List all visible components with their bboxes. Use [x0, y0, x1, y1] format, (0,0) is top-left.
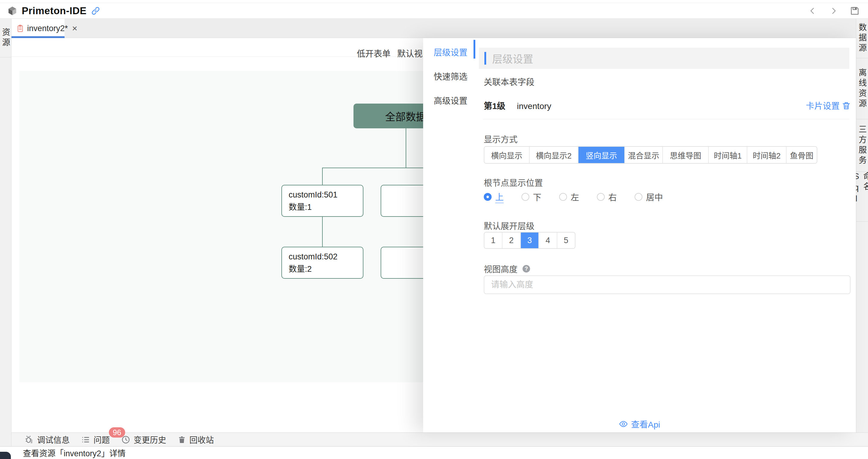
node-501-id: customId:501: [289, 189, 363, 201]
view-api-label: 查看Api: [631, 418, 660, 430]
radio-top[interactable]: 上: [484, 192, 504, 202]
status-text: 查看资源「inventory2」详情: [23, 447, 126, 459]
divider: [483, 119, 849, 119]
display-option-mixed[interactable]: 混合显示: [625, 147, 663, 163]
expand-level-3[interactable]: 3: [521, 232, 539, 248]
right-rail: 数据源 离线资源 三方服务 命名Sql: [856, 19, 868, 446]
debug-info-button[interactable]: 调试信息: [25, 433, 70, 447]
related-fields-label: 关联本表字段: [484, 76, 534, 88]
link-icon[interactable]: [91, 6, 100, 16]
drawer-tab-quick-filter[interactable]: 快速筛选: [434, 70, 473, 83]
sidebar-item-thirdparty-services[interactable]: 三方服务: [856, 119, 868, 172]
node-502-id: customId:502: [289, 251, 363, 263]
pane-header: 层级设置: [479, 48, 849, 69]
delete-level-icon[interactable]: [841, 101, 851, 111]
expand-level-segmented-control: 1 2 3 4 5: [484, 232, 576, 249]
help-icon[interactable]: ?: [522, 264, 531, 273]
view-height-input[interactable]: [484, 276, 850, 294]
expand-level-5[interactable]: 5: [557, 232, 575, 248]
problems-button[interactable]: 问题 96: [81, 433, 110, 447]
view-api-link[interactable]: 查看Api: [423, 418, 856, 430]
drawer-tab-advanced-settings[interactable]: 高级设置: [434, 94, 473, 108]
status-bar: 查看资源「inventory2」详情: [0, 446, 868, 459]
window-top-strip: [0, 0, 868, 3]
title-accent-bar: [484, 52, 486, 65]
app-title: Primeton-IDE: [22, 5, 87, 17]
connector-drop-left: [322, 168, 323, 185]
view-height-row: 视图高度 ?: [484, 263, 531, 275]
level-number: 第1级: [484, 102, 505, 111]
clock-icon: [121, 435, 130, 444]
display-option-vertical[interactable]: 竖向显示: [579, 147, 625, 163]
radio-dot: [559, 193, 567, 201]
eye-icon: [619, 420, 628, 429]
card-settings-link[interactable]: 卡片设置: [806, 100, 840, 112]
debug-bug-icon: [25, 435, 34, 444]
display-option-mindmap[interactable]: 思维导图: [663, 147, 709, 163]
tab-close-icon[interactable]: ×: [72, 24, 78, 33]
view-height-label: 视图高度: [484, 263, 518, 275]
level-field-name: inventory: [517, 102, 551, 111]
toolbar-lowcode-form-button[interactable]: 低开表单: [357, 47, 391, 59]
root-position-label: 根节点显示位置: [484, 176, 543, 189]
tree-node-501[interactable]: customId:501 数量:1: [281, 185, 364, 217]
bottom-toolbar: 调试信息 问题 96 变更历史: [11, 432, 868, 446]
sidebar-item-datasource[interactable]: 数据源: [856, 19, 868, 58]
display-option-horizontal[interactable]: 横向显示: [484, 147, 530, 163]
node-501-qty: 数量:1: [289, 201, 363, 213]
expand-level-2[interactable]: 2: [502, 232, 521, 248]
change-history-button[interactable]: 变更历史: [121, 433, 166, 447]
display-option-timeline1[interactable]: 时间轴1: [709, 147, 747, 163]
display-option-timeline2[interactable]: 时间轴2: [747, 147, 786, 163]
trash-icon: [178, 435, 186, 444]
display-option-horizontal2[interactable]: 横向显示2: [530, 147, 579, 163]
radio-right[interactable]: 右: [597, 192, 617, 202]
connector-horizontal: [322, 168, 437, 168]
radio-dot: [484, 193, 492, 201]
display-option-fishbone[interactable]: 鱼骨图: [786, 147, 817, 163]
display-mode-label: 显示方式: [484, 133, 518, 145]
expand-level-4[interactable]: 4: [539, 232, 557, 248]
list-icon: [81, 435, 90, 444]
radio-center[interactable]: 居中: [634, 192, 663, 202]
node-502-qty: 数量:2: [289, 263, 363, 276]
radio-bottom[interactable]: 下: [522, 192, 541, 202]
tab-bar: inventory2* ×: [11, 19, 856, 38]
radio-dot: [597, 193, 605, 201]
left-rail: 资源: [0, 19, 11, 446]
recycle-bin-button[interactable]: 回收站: [178, 433, 214, 447]
app-header: Primeton-IDE: [0, 3, 868, 19]
nav-back-icon[interactable]: [806, 5, 818, 17]
radio-dot: [634, 193, 642, 201]
corner-overlay: [0, 452, 11, 459]
root-position-radio-group: 上 下 左 右 居中: [484, 192, 663, 202]
tree-node-502[interactable]: customId:502 数量:2: [281, 247, 364, 279]
root-node-label: 全部数据: [385, 109, 426, 123]
sidebar-item-offline-resources[interactable]: 离线资源: [856, 58, 868, 119]
level-row: 第1级 inventory 卡片设置: [484, 100, 849, 112]
sidebar-item-named-sql[interactable]: 命名Sql: [856, 172, 868, 222]
drawer-active-indicator: [473, 40, 475, 59]
radio-left[interactable]: 左: [559, 192, 579, 202]
display-mode-segmented-control: 横向显示 横向显示2 竖向显示 混合显示 思维导图 时间轴1 时间轴2 鱼骨图: [484, 146, 817, 164]
drawer-tab-hierarchy-settings[interactable]: 层级设置: [434, 46, 473, 59]
connector-root-down: [406, 128, 406, 168]
tab-inventory2[interactable]: inventory2* ×: [11, 19, 65, 38]
svg-text:?: ?: [525, 266, 528, 272]
nav-forward-icon[interactable]: [828, 5, 840, 17]
app-logo-icon: [7, 6, 18, 16]
connector-501-502: [322, 217, 323, 247]
document-icon: [16, 25, 24, 32]
radio-dot: [522, 193, 529, 201]
save-icon[interactable]: [849, 5, 861, 17]
expand-level-label: 默认展开层级: [484, 220, 534, 232]
tab-label: inventory2*: [27, 24, 68, 33]
sidebar-item-resources[interactable]: 资源: [0, 19, 11, 57]
pane-title: 层级设置: [492, 51, 533, 66]
settings-drawer: 层级设置 快速筛选 高级设置 层级设置 关联本表字段 第1级 inventory…: [423, 38, 856, 432]
expand-level-1[interactable]: 1: [484, 232, 502, 248]
